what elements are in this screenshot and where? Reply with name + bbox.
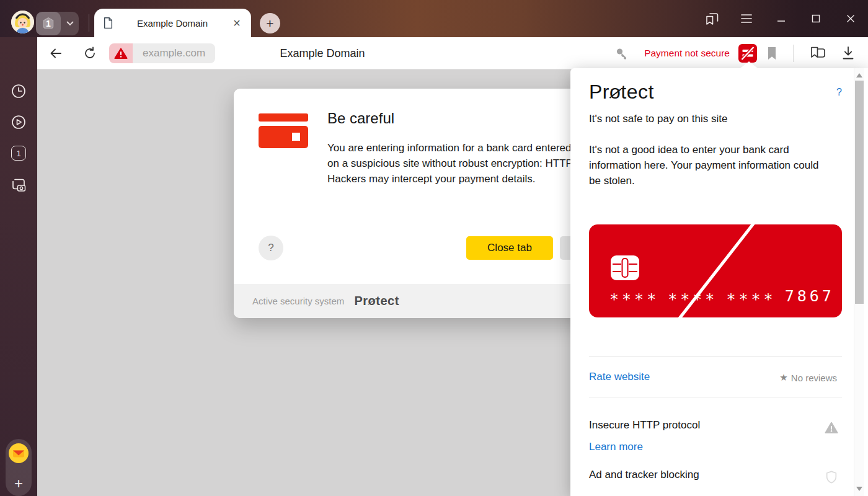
menu-icon[interactable]	[729, 0, 764, 37]
close-tab-button[interactable]: Close tab	[466, 236, 553, 260]
dialog-body-line: on a suspicious site without robust encr…	[327, 156, 573, 171]
page-icon	[103, 17, 113, 29]
sidebar-apps-pill: +	[6, 439, 32, 496]
scroll-down-arrow[interactable]	[856, 487, 862, 491]
rate-website-link[interactable]: Rate website	[589, 371, 650, 383]
dialog-footer: Active security system Protect	[234, 284, 606, 318]
slashed-o: o	[609, 81, 621, 104]
side-panel-icon[interactable]	[694, 0, 729, 37]
tab-count: 1	[46, 19, 51, 29]
protect-body: It's not a good idea to enter your bank …	[589, 142, 820, 188]
protect-logo: Protect	[354, 294, 399, 308]
dialog-title: Be careful	[327, 110, 394, 127]
titlebar-right-icons	[694, 0, 868, 37]
media-play-icon[interactable]	[0, 114, 37, 130]
password-manager-icon[interactable]	[614, 46, 629, 61]
toolbar-right-icons: Payment not secure	[609, 37, 861, 69]
avatar-illustration	[11, 11, 34, 33]
footer-prefix: Active security system	[252, 296, 344, 306]
shield-icon	[825, 470, 838, 487]
mail-app-icon[interactable]	[8, 443, 29, 466]
warning-triangle-icon	[114, 48, 128, 60]
browser-tab[interactable]: Example Domain ✕	[94, 9, 251, 37]
titlebar: 1 Example Domain ✕ +	[0, 0, 868, 37]
browser-window: 1 Example Domain ✕ +	[0, 0, 868, 496]
bookmark-icon[interactable]	[766, 46, 778, 61]
reviews-status: ★ No reviews	[779, 372, 837, 383]
protect-title: Protect	[589, 81, 654, 104]
protect-headline: It's not safe to pay on this site	[589, 113, 727, 125]
scrollbar-thumb[interactable]	[855, 81, 864, 304]
learn-more-link[interactable]: Learn more	[589, 441, 643, 453]
divider	[589, 397, 842, 397]
be-careful-dialog: Be careful You are entering information …	[234, 89, 606, 318]
tabs-count-badge: 1	[11, 146, 26, 161]
tabs-panel-icon[interactable]: 1	[0, 146, 37, 161]
warning-gray-icon	[825, 422, 838, 436]
card-chip-icon	[611, 255, 639, 283]
bank-card-icon	[259, 113, 308, 148]
url-field[interactable]: example.com	[133, 43, 215, 63]
tab-counter-button[interactable]: 1	[36, 12, 79, 35]
slashed-o: o	[368, 294, 376, 308]
titlebar-separator	[89, 14, 89, 32]
ad-blocking-label: Ad and tracker blocking	[589, 469, 699, 481]
payment-not-secure-icon[interactable]	[738, 44, 757, 63]
tab-close-icon[interactable]: ✕	[231, 17, 242, 29]
dialog-body: You are entering information for a bank …	[327, 140, 573, 187]
tab-title: Example Domain	[120, 18, 225, 29]
history-icon[interactable]	[0, 83, 37, 99]
home-shape-icon: 1	[36, 12, 61, 35]
divider	[589, 356, 842, 357]
popup-scrollbar[interactable]	[854, 68, 864, 496]
dialog-body-line: Hackers may intercept your payment detai…	[327, 171, 573, 187]
close-window-button[interactable]	[833, 0, 868, 37]
security-warning-badge[interactable]	[109, 43, 133, 63]
card-number: ************7867	[609, 287, 843, 305]
dialog-body-line: You are entering information for a bank …	[327, 140, 573, 156]
insecure-protocol-label: Insecure HTTP protocol	[589, 419, 700, 432]
sidebar: 1 +	[0, 37, 37, 496]
chevron-down-icon[interactable]	[61, 21, 79, 26]
star-icon: ★	[779, 372, 787, 383]
collections-icon[interactable]	[808, 45, 827, 61]
add-app-icon[interactable]: +	[14, 477, 23, 490]
profile-avatar[interactable]	[11, 11, 34, 33]
maximize-button[interactable]	[799, 0, 833, 37]
toolbar-divider	[793, 45, 794, 62]
payment-not-secure-label[interactable]: Payment not secure	[644, 48, 730, 59]
scroll-up-arrow[interactable]	[856, 73, 862, 78]
protect-help-link[interactable]: ?	[836, 87, 842, 98]
download-icon[interactable]	[841, 45, 856, 61]
minimize-button[interactable]	[764, 0, 799, 37]
new-tab-button[interactable]: +	[260, 13, 280, 33]
reload-button[interactable]	[82, 46, 97, 63]
popup-arrow	[740, 61, 758, 68]
back-button[interactable]	[48, 46, 63, 63]
reviews-label: No reviews	[791, 373, 837, 383]
dialog-help-button[interactable]: ?	[259, 236, 283, 260]
screenshot-icon[interactable]	[0, 176, 37, 193]
address-bar[interactable]: example.com	[109, 43, 215, 63]
protect-popup: Protect ? It's not safe to pay on this s…	[570, 68, 868, 496]
